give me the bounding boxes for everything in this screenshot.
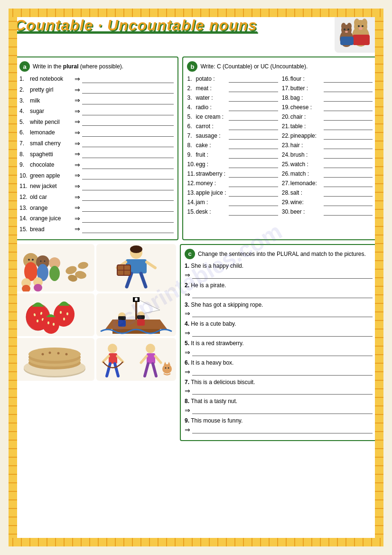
answer-line[interactable] xyxy=(324,208,373,216)
svg-point-56 xyxy=(47,321,49,324)
svg-rect-70 xyxy=(137,315,145,319)
answer-line[interactable] xyxy=(229,132,278,140)
answer-line[interactable] xyxy=(192,291,373,298)
pirates-svg xyxy=(98,293,174,336)
section-b-item: 19. cheese : xyxy=(282,103,373,112)
answer-line[interactable] xyxy=(324,179,373,187)
answer-line[interactable] xyxy=(229,189,278,197)
arrow-icon: ⇒ xyxy=(185,271,190,279)
sections-bottom: c Change the sentences into the PLURAL a… xyxy=(15,244,377,441)
answer-line[interactable] xyxy=(324,160,373,168)
answer-line[interactable] xyxy=(229,94,278,102)
item-text: fruit : xyxy=(196,151,229,159)
answer-line[interactable] xyxy=(229,160,278,168)
answer-line[interactable] xyxy=(82,97,174,104)
section-b-item: 17. butter : xyxy=(282,84,373,93)
answer-area: ⇒ xyxy=(185,348,373,356)
section-c-sentence: 9. This mouse is funny. ⇒ xyxy=(185,417,373,433)
answer-line[interactable] xyxy=(82,161,174,169)
answer-line[interactable] xyxy=(192,426,373,433)
answer-line[interactable] xyxy=(192,368,373,376)
answer-line[interactable] xyxy=(229,85,278,92)
svg-marker-59 xyxy=(105,320,167,329)
svg-point-49 xyxy=(37,320,38,322)
section-b-list: 1. potato : 16. flour : 2. meat : 17. bu… xyxy=(187,75,373,216)
answer-line[interactable] xyxy=(82,226,174,233)
section-b-item: 28. salt : xyxy=(282,188,373,197)
svg-point-33 xyxy=(34,284,42,292)
answer-line[interactable] xyxy=(324,198,373,206)
answer-line[interactable] xyxy=(324,132,373,140)
section-c-sentence: 8. That is a tasty nut. ⇒ xyxy=(185,397,373,414)
answer-line[interactable] xyxy=(324,122,373,130)
section-a-list: 1. red notebook ⇒ 2. pretty girl ⇒ 3. mi… xyxy=(19,75,174,234)
answer-line[interactable] xyxy=(324,113,373,121)
answer-line[interactable] xyxy=(229,151,278,159)
answer-line[interactable] xyxy=(82,183,174,190)
title-image xyxy=(335,15,377,53)
svg-point-12 xyxy=(347,28,349,30)
item-number: 1. xyxy=(19,75,30,83)
answer-line[interactable] xyxy=(82,86,174,94)
item-number: 5. xyxy=(19,118,30,126)
answer-line[interactable] xyxy=(229,75,278,83)
answer-line[interactable] xyxy=(324,85,373,92)
answer-line[interactable] xyxy=(324,141,373,149)
answer-line[interactable] xyxy=(229,198,278,206)
answer-line[interactable] xyxy=(324,151,373,159)
answer-line[interactable] xyxy=(192,310,373,317)
answer-line[interactable] xyxy=(82,108,174,115)
answer-line[interactable] xyxy=(324,94,373,102)
svg-point-76 xyxy=(28,348,81,361)
item-text: radio : xyxy=(196,103,229,112)
answer-line[interactable] xyxy=(82,193,174,201)
item-text: white pencil xyxy=(30,118,73,126)
answer-line[interactable] xyxy=(229,170,278,178)
answer-line[interactable] xyxy=(82,75,174,83)
svg-line-90 xyxy=(155,356,161,363)
answer-line[interactable] xyxy=(82,204,174,212)
item-text: cheese : xyxy=(290,103,324,112)
answer-line[interactable] xyxy=(192,348,373,356)
section-c-sentence: 6. It is a heavy box. ⇒ xyxy=(185,359,373,376)
answer-line[interactable] xyxy=(229,141,278,149)
answer-line[interactable] xyxy=(229,113,278,121)
section-a-item: 10. green apple ⇒ xyxy=(19,171,174,180)
sentence-text: 5. It is a red strawberry. xyxy=(185,339,373,348)
answer-line[interactable] xyxy=(82,151,174,158)
item-number: 14. xyxy=(19,215,30,223)
section-c-sentence: 7. This is a delicious biscuit. ⇒ xyxy=(185,378,373,395)
svg-line-84 xyxy=(117,356,123,362)
item-number: 14. xyxy=(187,198,196,207)
answer-line[interactable] xyxy=(82,140,174,147)
answer-line[interactable] xyxy=(324,170,373,178)
svg-rect-14 xyxy=(353,35,370,45)
answer-line[interactable] xyxy=(82,129,174,137)
answer-line[interactable] xyxy=(82,215,174,223)
answer-line[interactable] xyxy=(229,179,278,187)
answer-line[interactable] xyxy=(324,103,373,111)
section-a-item: 9. chocolate ⇒ xyxy=(19,160,174,170)
section-b-item: 22. pineapple: xyxy=(282,132,373,140)
item-text: orange juice xyxy=(30,215,73,223)
answer-line[interactable] xyxy=(192,406,373,414)
item-number: 8. xyxy=(19,151,30,159)
item-text: match : xyxy=(290,169,324,178)
item-number: 3. xyxy=(187,94,196,102)
answer-line[interactable] xyxy=(229,103,278,111)
svg-rect-67 xyxy=(118,316,126,320)
sentence-text: 1. She is a happy child. xyxy=(185,262,373,270)
item-number: 12. xyxy=(19,193,30,201)
answer-line[interactable] xyxy=(324,75,373,83)
section-b-item: 11. strawberry : xyxy=(187,169,278,178)
answer-line[interactable] xyxy=(82,118,174,126)
answer-line[interactable] xyxy=(192,387,373,395)
answer-line[interactable] xyxy=(192,329,373,337)
item-text: money : xyxy=(196,179,229,188)
section-a-item: 4. sugar ⇒ xyxy=(19,107,174,116)
answer-line[interactable] xyxy=(192,271,373,279)
answer-line[interactable] xyxy=(324,189,373,197)
answer-line[interactable] xyxy=(82,172,174,179)
answer-line[interactable] xyxy=(229,122,278,130)
answer-line[interactable] xyxy=(229,208,278,216)
